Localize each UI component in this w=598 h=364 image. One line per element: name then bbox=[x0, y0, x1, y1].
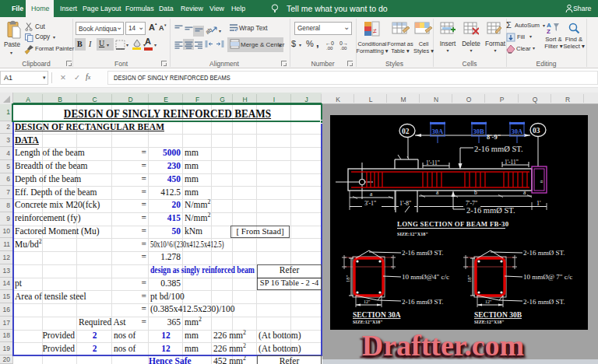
svg-text:2-16 mmØ ST.: 2-16 mmØ ST. bbox=[474, 145, 523, 153]
svg-text:.00: .00 bbox=[340, 46, 347, 51]
svg-text:1': 1' bbox=[536, 200, 541, 207]
svg-text:03: 03 bbox=[533, 127, 540, 135]
svg-text:SIZE:12"X18": SIZE:12"X18" bbox=[397, 231, 428, 236]
svg-text:b: b bbox=[474, 189, 477, 196]
svg-text:←0: ←0 bbox=[325, 40, 334, 46]
svg-text:10 mmØ@ 7" c/c: 10 mmØ@ 7" c/c bbox=[523, 273, 572, 281]
svg-text:2-16 mmØ ST.: 2-16 mmØ ST. bbox=[402, 298, 444, 306]
svg-text:8'-9": 8'-9" bbox=[487, 133, 501, 141]
svg-text:2-16 mmØ ST.: 2-16 mmØ ST. bbox=[523, 249, 565, 257]
svg-text:SIZE:12"X18": SIZE:12"X18" bbox=[474, 320, 505, 324]
svg-text:.00: .00 bbox=[326, 46, 333, 51]
svg-text:SECTION 30B: SECTION 30B bbox=[474, 311, 522, 319]
svg-text:30B: 30B bbox=[473, 128, 485, 135]
svg-text:2-16 mmØ ST.: 2-16 mmØ ST. bbox=[466, 206, 515, 215]
svg-text:1'-8": 1'-8" bbox=[399, 200, 411, 207]
svg-text:18": 18" bbox=[466, 275, 472, 283]
svg-text:02: 02 bbox=[402, 128, 410, 135]
svg-text:Z: Z bbox=[547, 28, 551, 34]
svg-text:10 mmØ@4" c/c: 10 mmØ@4" c/c bbox=[402, 273, 449, 281]
svg-text:B: B bbox=[540, 180, 543, 183]
svg-text:7'-7": 7'-7" bbox=[466, 200, 477, 207]
svg-text:1'-11": 1'-11" bbox=[426, 159, 440, 166]
svg-text:ab: ab bbox=[206, 26, 213, 35]
svg-text:3'-1": 3'-1" bbox=[364, 200, 376, 207]
svg-text:30A: 30A bbox=[432, 128, 445, 135]
svg-text:SECTION 30A: SECTION 30A bbox=[353, 311, 401, 319]
svg-text:SIZE:12"X18": SIZE:12"X18" bbox=[353, 320, 383, 324]
svg-text:18": 18" bbox=[345, 275, 350, 283]
svg-text:≠: ≠ bbox=[373, 27, 377, 35]
svg-text:12": 12" bbox=[364, 299, 371, 304]
svg-text:LONG SECTION OF BEAM FB-30: LONG SECTION OF BEAM FB-30 bbox=[397, 220, 509, 228]
svg-text:12": 12" bbox=[485, 299, 492, 304]
svg-text:1'-11": 1'-11" bbox=[505, 159, 519, 166]
svg-text:2-16 mmØ ST.: 2-16 mmØ ST. bbox=[523, 298, 565, 306]
svg-text:30A: 30A bbox=[512, 128, 524, 135]
svg-text:0→: 0→ bbox=[339, 40, 348, 46]
svg-text:2-16 mmØ ST.: 2-16 mmØ ST. bbox=[402, 249, 444, 257]
svg-text:a: a bbox=[370, 191, 373, 198]
